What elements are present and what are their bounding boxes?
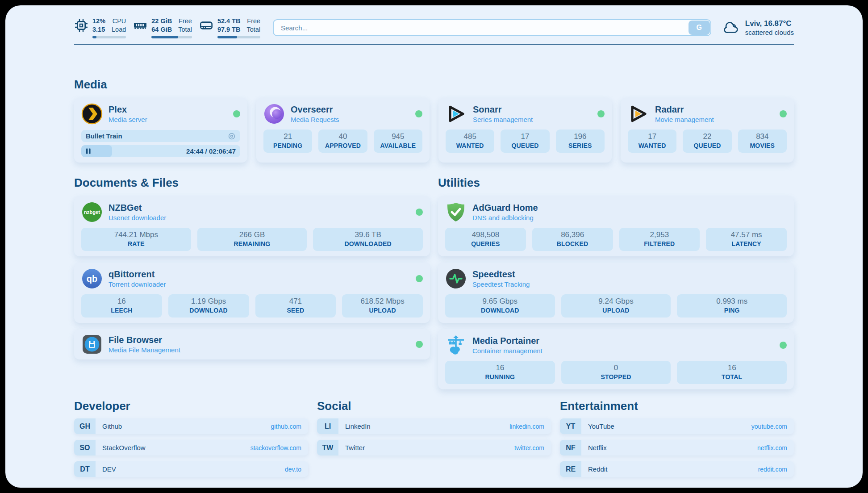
- card-speedtest[interactable]: Speedtest Speedtest Tracking 9.65 Gbps D…: [438, 263, 794, 323]
- link-abbr: DT: [74, 461, 96, 477]
- stat-value: 0: [563, 363, 669, 372]
- link-name: Github: [102, 422, 122, 430]
- stat-label: DOWNLOAD: [447, 307, 553, 314]
- stat-value: 47.57 ms: [708, 230, 785, 239]
- card-sonarr[interactable]: Sonarr Series management 485 WANTED 17 Q…: [438, 98, 612, 163]
- link-row-reddit[interactable]: RE Reddit reddit.com: [560, 461, 794, 477]
- stat-label: UPLOAD: [344, 307, 421, 314]
- section-title-media: Media: [74, 78, 794, 92]
- stat-value: 9.65 Gbps: [447, 297, 553, 306]
- app-name: Radarr: [655, 104, 714, 115]
- stat-label: MOVIES: [740, 142, 785, 150]
- link-row-linkedin[interactable]: LI LinkedIn linkedin.com: [317, 418, 551, 434]
- documents-section: Documents & Files nzbget NZBGet Usenet d…: [74, 176, 430, 389]
- playback-time: 24:44 / 02:06:47: [186, 147, 236, 155]
- app-subtitle: Torrent downloader: [108, 280, 166, 288]
- disk-progress-bar: [217, 36, 260, 38]
- app-subtitle: Media File Management: [108, 346, 180, 354]
- card-adguard[interactable]: AdGuard Home DNS and adblocking 498,508 …: [438, 196, 794, 256]
- link-row-twitter[interactable]: TW Twitter twitter.com: [317, 440, 551, 455]
- ram-label-total: Total: [178, 25, 192, 34]
- app-subtitle: Series management: [473, 116, 533, 124]
- pause-icon[interactable]: [86, 148, 91, 154]
- card-qbittorrent[interactable]: qb qBittorrent Torrent downloader 16 LEE…: [74, 263, 430, 323]
- stat-value: 485: [447, 132, 492, 141]
- stat-value: 196: [558, 132, 603, 141]
- stat-label: PENDING: [265, 142, 310, 150]
- link-abbr: LI: [317, 418, 338, 434]
- stat-box-latency: 47.57 ms LATENCY: [706, 228, 787, 251]
- link-row-dev[interactable]: DT DEV dev.to: [74, 461, 308, 477]
- app-subtitle: Container management: [472, 347, 542, 355]
- link-row-github[interactable]: GH Github github.com: [74, 418, 308, 434]
- card-portainer[interactable]: Media Portainer Container management 16 …: [438, 329, 794, 389]
- section-title-developer: Developer: [74, 399, 308, 413]
- stat-box-available: 945 AVAILABLE: [374, 130, 422, 153]
- link-row-stackoverflow[interactable]: SO StackOverflow stackoverflow.com: [74, 440, 308, 455]
- cpu-progress-fill: [92, 36, 96, 38]
- stat-label: SEED: [257, 307, 334, 314]
- google-search-button[interactable]: G: [689, 21, 710, 35]
- stat-value: 17: [502, 132, 547, 141]
- section-title-utilities: Utilities: [438, 176, 794, 190]
- stat-value: 945: [376, 132, 421, 141]
- stat-box-movies: 834 MOVIES: [738, 130, 787, 153]
- card-nzbget[interactable]: nzbget NZBGet Usenet downloader 744.21 M…: [74, 196, 430, 256]
- card-plex[interactable]: Plex Media server Bullet Train: [74, 98, 247, 163]
- stat-label: UPLOAD: [563, 307, 669, 314]
- link-abbr: GH: [74, 418, 96, 434]
- svg-text:qb: qb: [87, 274, 97, 284]
- stat-value: 1.19 Gbps: [170, 297, 247, 306]
- status-dot: [416, 275, 423, 282]
- app-name: Plex: [108, 104, 147, 115]
- card-filebrowser[interactable]: File Browser Media File Management: [74, 329, 430, 359]
- stat-box-wanted: 17 WANTED: [628, 130, 676, 153]
- disk-free-value: 52.4 TB: [217, 17, 241, 25]
- stat-label: RATE: [83, 240, 189, 248]
- stat-box-queries: 498,508 QUERIES: [445, 228, 526, 251]
- stat-label: WANTED: [447, 142, 492, 150]
- disk-icon: [199, 18, 213, 33]
- stat-box-pending: 21 PENDING: [263, 130, 312, 153]
- cpu-stat-group: 12% 3.15 CPU Load: [74, 17, 126, 38]
- stat-value: 9.24 Gbps: [563, 297, 669, 306]
- header-divider: [74, 44, 794, 45]
- stat-value: 16: [83, 297, 160, 306]
- disk-stat-body: 52.4 TB 97.9 TB Free Total: [217, 17, 260, 38]
- link-url: youtube.com: [751, 423, 787, 430]
- weather-condition: scattered clouds: [745, 28, 794, 37]
- card-overseerr[interactable]: Overseerr Media Requests 21 PENDING 40 A…: [256, 98, 430, 163]
- link-name: Reddit: [588, 465, 607, 473]
- stat-value: 498,508: [447, 230, 524, 239]
- link-url: dev.to: [285, 466, 301, 473]
- card-radarr[interactable]: Radarr Movie management 17 WANTED 22 QUE…: [621, 98, 794, 163]
- link-row-youtube[interactable]: YT YouTube youtube.com: [560, 418, 794, 434]
- weather-location-temp: Lviv, 16.87°C: [745, 19, 794, 28]
- stat-box-queued: 22 QUEUED: [683, 130, 731, 153]
- stat-value: 471: [257, 297, 334, 306]
- stat-box-download: 9.65 Gbps DOWNLOAD: [445, 294, 555, 318]
- ram-progress-fill: [151, 36, 178, 38]
- link-url: twitter.com: [514, 444, 544, 451]
- link-abbr: NF: [560, 440, 581, 455]
- app-subtitle: Movie management: [655, 116, 714, 124]
- section-title-social: Social: [317, 399, 551, 413]
- stat-label: SERIES: [558, 142, 603, 150]
- status-dot: [416, 209, 423, 216]
- link-abbr: TW: [317, 440, 338, 455]
- stat-value: 2,953: [621, 230, 698, 239]
- stat-value: 16: [447, 363, 553, 372]
- app-name: Speedtest: [472, 269, 530, 280]
- utilities-section: Utilities AdGuard Home DNS and adblockin…: [438, 176, 794, 389]
- status-dot: [415, 110, 422, 117]
- now-playing-title: Bullet Train: [86, 132, 122, 140]
- app-subtitle: Media server: [108, 116, 147, 124]
- disk-stat-group: 52.4 TB 97.9 TB Free Total: [199, 17, 260, 38]
- stat-value: 21: [265, 132, 310, 141]
- link-row-netflix[interactable]: NF Netflix netflix.com: [560, 440, 794, 455]
- filebrowser-logo-icon: [81, 334, 103, 355]
- ram-stat-group: 22 GiB 64 GiB Free Total: [133, 17, 192, 38]
- search-input[interactable]: [273, 19, 711, 36]
- ram-progress-bar: [151, 36, 192, 38]
- cloud-icon: [724, 21, 740, 34]
